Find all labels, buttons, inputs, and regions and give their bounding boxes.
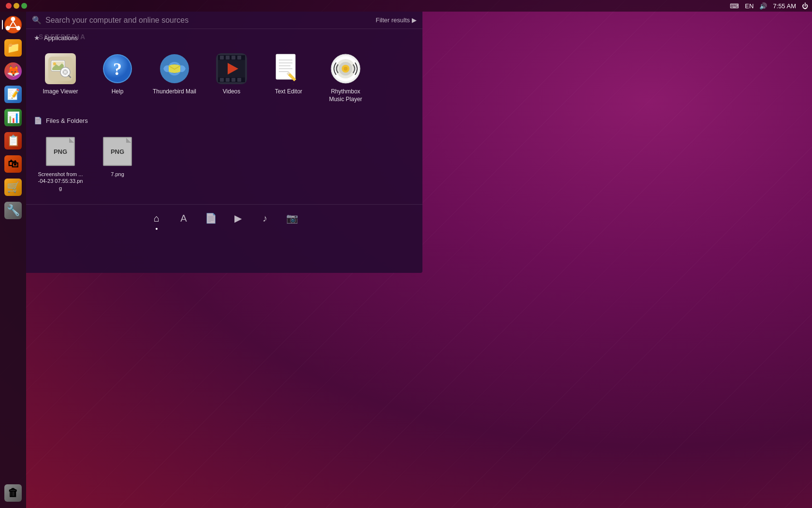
power-icon[interactable]: ⏻ — [802, 2, 808, 10]
search-icon: 🔍 — [32, 15, 42, 25]
files-folders-header-label: Files & Folders — [46, 117, 88, 124]
launcher-item-files[interactable]: 📁 — [2, 37, 24, 59]
thunderbird-icon — [159, 53, 190, 84]
video-nav-icon: ▶ — [234, 212, 242, 224]
launcher-item-trash[interactable]: 🗑 — [2, 482, 24, 504]
videos-label: Videos — [223, 88, 240, 96]
text-editor-icon — [273, 53, 304, 84]
filter-results-label: Filter results — [376, 16, 410, 24]
launcher-item-firefox[interactable]: 🦊 — [2, 60, 24, 82]
time-display: 7:55 AM — [773, 2, 796, 10]
svg-rect-32 — [232, 78, 235, 82]
dash-bottom-nav: ⌂ A 📄 ▶ ♪ 📷 — [26, 204, 422, 232]
topbar-window-controls — [6, 3, 27, 9]
trash-icon: 🗑 — [4, 484, 22, 502]
firefox-icon: 🦊 — [4, 62, 22, 80]
keyboard-icon[interactable]: ⌨ — [730, 2, 739, 10]
rhythmbox-icon — [330, 53, 361, 84]
music-nav-icon: ♪ — [262, 213, 267, 224]
nav-apps-button[interactable]: A — [174, 209, 193, 228]
app-item-thunderbird[interactable]: Thunderbird Mail — [148, 48, 201, 108]
svg-point-50 — [344, 67, 348, 71]
system-tools-icon: 🔧 — [4, 202, 22, 219]
rhythmbox-label: Rhythmbox Music Player — [323, 88, 368, 103]
launcher-item-system-tools[interactable]: 🔧 — [2, 199, 24, 222]
svg-rect-33 — [237, 78, 241, 82]
photos-nav-icon: 📷 — [286, 212, 298, 224]
help-icon: ? — [102, 53, 133, 84]
ubuntu-logo-icon — [4, 16, 22, 33]
ubuntu-software-icon: 🛍 — [4, 155, 22, 173]
nav-home-button[interactable]: ⌂ — [147, 209, 166, 228]
language-icon[interactable]: EN — [745, 2, 754, 10]
files-grid: PNG Screenshot from ...-04-23 07:55:33.p… — [26, 127, 422, 200]
topbar: ⌨ EN 🔊 7:55 AM ⏻ — [0, 0, 812, 12]
volume-icon[interactable]: 🔊 — [759, 2, 767, 10]
search-input[interactable] — [45, 16, 376, 25]
screenshot-file-icon: PNG — [45, 136, 76, 167]
nav-photos-button[interactable]: 📷 — [282, 209, 302, 228]
filter-results-button[interactable]: Filter results ▶ — [376, 16, 417, 24]
close-dot[interactable] — [6, 3, 12, 9]
launcher-item-calc[interactable]: 📊 — [2, 106, 24, 129]
image-viewer-label: Image Viewer — [43, 88, 78, 96]
launcher-item-amazon[interactable]: 🛒 — [2, 176, 24, 198]
screenshot-file-label: Screenshot from ...-04-23 07:55:33.png — [38, 171, 83, 192]
launcher-item-impress[interactable]: 📋 — [2, 130, 24, 152]
videos-icon — [216, 53, 247, 84]
file-item-screenshot[interactable]: PNG Screenshot from ...-04-23 07:55:33.p… — [34, 131, 87, 196]
app-item-videos[interactable]: Videos — [205, 48, 258, 108]
svg-rect-31 — [226, 78, 230, 82]
svg-rect-30 — [220, 78, 224, 82]
amazon-icon: 🛒 — [4, 179, 22, 196]
files-folders-header-icon: 📄 — [34, 117, 42, 124]
libreoffice-impress-icon: 📋 — [4, 132, 22, 149]
app-item-help[interactable]: ? Help — [91, 48, 144, 108]
minimize-dot[interactable] — [14, 3, 19, 9]
svg-point-2 — [16, 26, 20, 30]
files-nav-icon: 📄 — [205, 212, 217, 224]
launcher-item-ubuntu-software[interactable]: 🛍 — [2, 153, 24, 175]
image-viewer-icon — [45, 53, 76, 84]
svg-rect-28 — [237, 56, 241, 60]
launcher-item-writer[interactable]: 📝 — [2, 83, 24, 105]
applications-header-label: Applications — [44, 34, 78, 42]
svg-point-3 — [6, 26, 10, 30]
applications-grid: Image Viewer ? Help — [26, 45, 422, 112]
home-icon: ⌂ — [154, 213, 160, 224]
svg-marker-43 — [291, 84, 295, 84]
applications-section-header: ★ Applications — [26, 29, 422, 45]
files-icon: 📁 — [4, 39, 22, 57]
app-item-text-editor[interactable]: Text Editor — [262, 48, 315, 108]
svg-rect-27 — [232, 56, 235, 60]
nav-video-button[interactable]: ▶ — [228, 209, 247, 228]
nav-files-button[interactable]: 📄 — [201, 209, 220, 228]
app-item-rhythmbox[interactable]: Rhythmbox Music Player — [319, 48, 372, 108]
launcher-sidebar: 📁 🦊 📝 📊 📋 🛍 🛒 🔧 🗑 — [0, 12, 26, 508]
search-bar: 🔍 Filter results ▶ — [26, 12, 422, 29]
files-folders-section-header: 📄 Files & Folders — [26, 112, 422, 127]
app-item-image-viewer[interactable]: Image Viewer — [34, 48, 87, 108]
7png-icon: PNG — [103, 137, 132, 166]
filter-arrow-icon: ▶ — [412, 16, 417, 24]
thunderbird-label: Thunderbird Mail — [153, 88, 196, 96]
nav-music-button[interactable]: ♪ — [255, 209, 275, 228]
svg-rect-25 — [220, 56, 224, 60]
text-editor-label: Text Editor — [275, 88, 303, 96]
apps-icon: A — [180, 213, 187, 224]
libreoffice-calc-icon: 📊 — [4, 109, 22, 126]
7png-file-label: 7.png — [111, 171, 124, 178]
ubuntu-svg-icon — [4, 16, 22, 33]
launcher-item-ubuntu[interactable] — [2, 14, 24, 36]
help-label: Help — [112, 88, 124, 96]
svg-text:?: ? — [113, 60, 122, 79]
screenshot-png-icon: PNG — [46, 137, 75, 166]
applications-header-icon: ★ — [34, 34, 40, 42]
svg-rect-26 — [226, 56, 230, 60]
maximize-dot[interactable] — [21, 3, 27, 9]
7png-file-icon: PNG — [102, 136, 133, 167]
dash-panel: 🔍 Filter results ▶ ★ Applications — [26, 12, 422, 273]
file-item-7png[interactable]: PNG 7.png — [91, 131, 144, 196]
libreoffice-writer-icon: 📝 — [4, 86, 22, 103]
topbar-right: ⌨ EN 🔊 7:55 AM ⏻ — [730, 2, 808, 10]
